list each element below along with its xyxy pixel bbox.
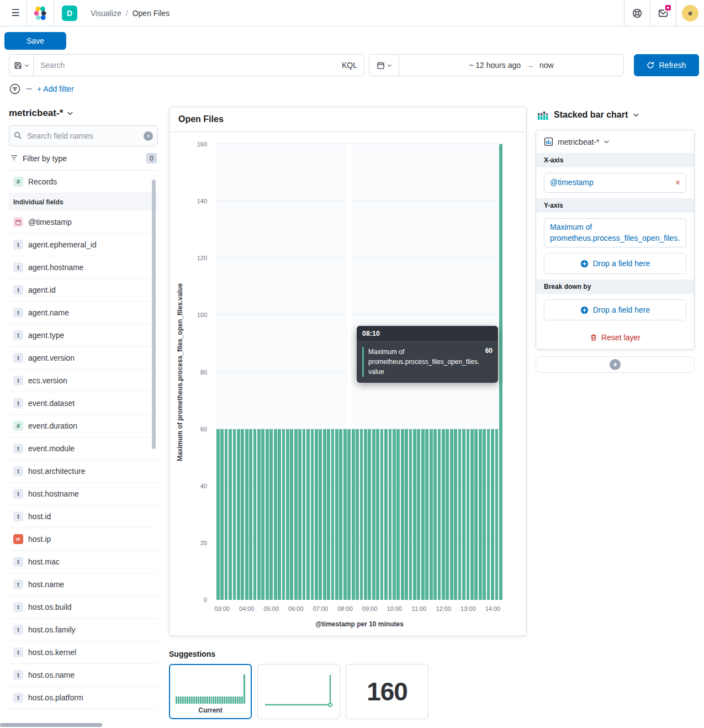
layer-index-pattern[interactable]: metricbeat-* xyxy=(536,130,694,153)
save-button[interactable]: Save xyxy=(4,32,66,50)
field-item[interactable]: IPhost.ip xyxy=(9,528,158,551)
field-item[interactable]: thost.hostname xyxy=(9,483,158,505)
field-item[interactable]: @timestamp xyxy=(9,211,158,234)
field-item[interactable]: tevent.dataset xyxy=(9,392,158,415)
bar-slot[interactable] xyxy=(335,144,338,600)
bar-slot[interactable] xyxy=(331,144,335,600)
suggestions-title: Suggestions xyxy=(169,650,527,658)
field-item[interactable]: thost.id xyxy=(9,505,158,528)
bar-slot[interactable] xyxy=(216,144,220,600)
visualization-panel: Open Files Maximum of prometheus.process… xyxy=(169,107,527,636)
add-layer-button[interactable]: + xyxy=(536,356,695,373)
bar-slot[interactable] xyxy=(285,144,289,600)
breakdown-drop-zone[interactable]: Drop a field here xyxy=(544,299,686,320)
bar-slot[interactable] xyxy=(257,144,261,600)
bar-slot[interactable] xyxy=(277,144,281,600)
filter-by-type-row[interactable]: Filter by type 0 xyxy=(9,151,158,171)
y-axis-field[interactable]: Maximum of prometheus.process_files_open… xyxy=(550,222,680,244)
field-item[interactable]: thost.os.platform xyxy=(9,687,158,709)
field-item[interactable]: tagent.name xyxy=(9,302,158,324)
bar-slot[interactable] xyxy=(302,144,306,600)
filter-options-button[interactable] xyxy=(9,83,21,95)
bar-slot[interactable] xyxy=(347,144,351,600)
newsfeed-button[interactable] xyxy=(650,0,676,27)
saved-query-menu-button[interactable] xyxy=(9,55,34,76)
horizontal-scrollbar[interactable] xyxy=(0,723,102,727)
clear-search-button[interactable]: × xyxy=(144,131,153,141)
field-item[interactable]: #event.duration xyxy=(9,415,158,437)
bar-slot[interactable] xyxy=(261,144,265,600)
add-filter-button[interactable]: + Add filter xyxy=(37,85,74,93)
bar-slot[interactable] xyxy=(245,144,248,600)
field-item[interactable]: tecs.version xyxy=(9,370,158,392)
user-avatar[interactable]: e xyxy=(682,5,698,22)
field-item[interactable]: thost.os.kernel xyxy=(9,641,158,664)
bar-slot[interactable] xyxy=(248,144,252,600)
bar-slot[interactable] xyxy=(290,144,294,600)
date-picker-button[interactable] xyxy=(369,55,399,76)
y-axis-drop-zone[interactable]: Drop a field here xyxy=(544,253,686,274)
field-item-records[interactable]: # Records xyxy=(9,171,158,193)
stacked-bar-icon xyxy=(537,109,549,121)
breadcrumb-visualize[interactable]: Visualize xyxy=(91,9,121,18)
x-axis-dimension[interactable]: @timestamp × xyxy=(544,173,686,193)
suggestion-line-chart[interactable] xyxy=(257,664,340,719)
bar-slot[interactable] xyxy=(298,144,301,600)
field-item[interactable]: tevent.module xyxy=(9,437,158,460)
field-item[interactable]: tagent.type xyxy=(9,324,158,347)
bar-slot[interactable] xyxy=(499,144,502,600)
field-item[interactable]: thost.os.build xyxy=(9,596,158,619)
field-item[interactable]: tagent.version xyxy=(9,347,158,370)
suggestion-metric[interactable]: 160 xyxy=(346,664,428,719)
bar-slot[interactable] xyxy=(236,144,240,600)
bar-slot[interactable] xyxy=(294,144,298,600)
bar-slot[interactable] xyxy=(232,144,236,600)
bar-slot[interactable] xyxy=(314,144,318,600)
string-field-icon: t xyxy=(13,240,23,250)
bar-slot[interactable] xyxy=(310,144,314,600)
refresh-button[interactable]: Refresh xyxy=(634,54,699,76)
bar-slot[interactable] xyxy=(269,144,273,600)
x-axis-field[interactable]: @timestamp xyxy=(550,177,594,188)
search-icon xyxy=(14,131,22,141)
bar-slot[interactable] xyxy=(224,144,228,600)
bar-slot[interactable] xyxy=(343,144,347,600)
field-item[interactable]: thost.name xyxy=(9,573,158,596)
menu-button[interactable]: ☰ xyxy=(4,0,27,27)
suggestion-current[interactable]: Current xyxy=(169,664,252,719)
field-item[interactable]: tagent.ephemeral_id xyxy=(9,234,158,256)
reset-layer-button[interactable]: Reset layer xyxy=(536,326,694,349)
bar-slot[interactable] xyxy=(220,144,224,600)
field-item[interactable]: tagent.hostname xyxy=(9,256,158,279)
field-item[interactable]: thost.os.family xyxy=(9,619,158,641)
bar-slot[interactable] xyxy=(322,144,326,600)
time-range[interactable]: ~ 12 hours ago → now xyxy=(399,55,623,76)
time-from[interactable]: ~ 12 hours ago xyxy=(469,61,521,70)
time-to[interactable]: now xyxy=(539,61,554,70)
chart-type-switcher[interactable]: Stacked bar chart xyxy=(536,107,641,130)
field-item[interactable]: thost.os.name xyxy=(9,664,158,687)
bar-slot[interactable] xyxy=(351,144,355,600)
bar-slot[interactable] xyxy=(326,144,330,600)
sidebar-scrollbar[interactable] xyxy=(152,180,156,449)
y-axis-dimension[interactable]: Maximum of prometheus.process_files_open… xyxy=(544,218,686,247)
bar-slot[interactable] xyxy=(228,144,232,600)
bar-slot[interactable] xyxy=(339,144,343,600)
index-pattern-switcher[interactable]: metricbeat-* xyxy=(9,107,73,125)
bar-slot[interactable] xyxy=(282,144,285,600)
space-badge[interactable]: D xyxy=(62,6,77,21)
bar-slot[interactable] xyxy=(306,144,310,600)
field-item[interactable]: thost.mac xyxy=(9,551,158,573)
field-item[interactable]: tagent.id xyxy=(9,279,158,302)
bar-slot[interactable] xyxy=(265,144,269,600)
bar-slot[interactable] xyxy=(253,144,257,600)
help-button[interactable] xyxy=(624,0,650,27)
query-input[interactable] xyxy=(34,55,335,76)
bar-slot[interactable] xyxy=(319,144,322,600)
field-item[interactable]: thost.architecture xyxy=(9,460,158,483)
remove-dimension-button[interactable]: × xyxy=(671,178,680,187)
query-language-button[interactable]: KQL xyxy=(335,61,364,70)
bar-slot[interactable] xyxy=(241,144,245,600)
bar-slot[interactable] xyxy=(273,144,277,600)
field-search-input[interactable] xyxy=(9,125,158,146)
